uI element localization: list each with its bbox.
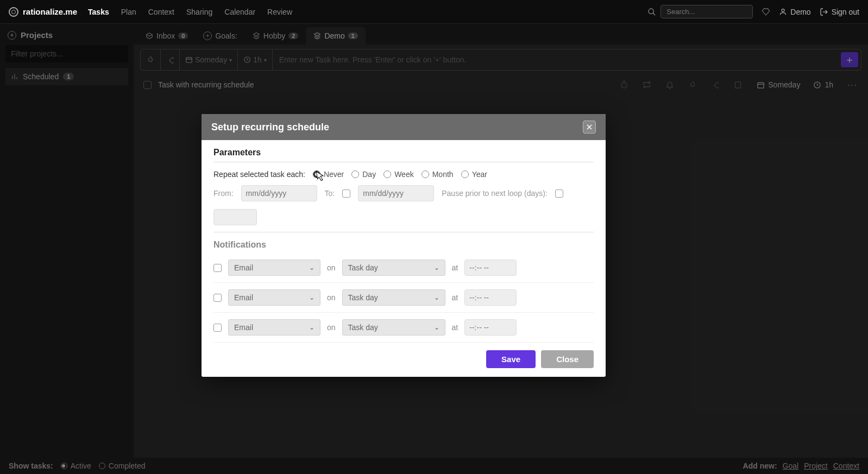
search-icon[interactable] <box>647 8 656 16</box>
modal-footer: Save Close <box>213 343 594 368</box>
select-value: Task day <box>348 293 378 302</box>
to-label: To: <box>325 189 335 198</box>
chevron-down-icon: ⌄ <box>434 264 439 271</box>
pause-checkbox[interactable] <box>555 189 563 198</box>
notif-time-input[interactable] <box>464 260 517 276</box>
close-button[interactable]: Close <box>541 350 594 368</box>
topnav: Tasks Plan Context Sharing Calendar Revi… <box>88 8 292 16</box>
save-button[interactable]: Save <box>486 350 536 368</box>
nav-calendar[interactable]: Calendar <box>224 8 255 16</box>
repeat-option-label: Month <box>432 170 454 179</box>
pause-label: Pause prior to next loop (days): <box>442 189 548 198</box>
on-label: on <box>327 323 336 332</box>
chevron-down-icon: ⌄ <box>309 264 315 271</box>
at-label: at <box>452 293 458 302</box>
signout-label: Sign out <box>832 8 859 16</box>
on-label: on <box>327 293 336 302</box>
topbar-right: Demo Sign out <box>647 5 859 18</box>
notif-time-input[interactable] <box>464 289 517 306</box>
signout-icon <box>820 8 828 16</box>
divider <box>213 162 594 162</box>
recurring-schedule-modal: Setup recurring schedule Parameters Repe… <box>202 114 606 377</box>
to-checkbox[interactable] <box>342 189 350 198</box>
svg-point-0 <box>649 9 653 14</box>
divider <box>213 232 594 232</box>
parameters-title: Parameters <box>213 148 594 157</box>
logo-icon <box>9 7 18 17</box>
nav-plan[interactable]: Plan <box>121 8 136 16</box>
repeat-week[interactable]: Week <box>383 170 414 179</box>
repeat-label: Repeat selected task each: <box>213 170 305 179</box>
radio-icon <box>351 170 359 178</box>
notif-day-select[interactable]: Task day⌄ <box>342 319 445 336</box>
repeat-option-label: Week <box>394 170 414 179</box>
logo[interactable]: rationalize.me <box>9 7 77 17</box>
notification-row-3: Email⌄ on Task day⌄ at <box>213 313 594 343</box>
search-wrap <box>647 5 753 18</box>
notifications-title: Notifications <box>213 240 594 250</box>
chevron-down-icon: ⌄ <box>309 324 315 331</box>
repeat-option-label: Year <box>472 170 487 179</box>
select-value: Task day <box>348 263 378 272</box>
from-label: From: <box>213 189 234 198</box>
repeat-month[interactable]: Month <box>422 170 454 179</box>
close-icon <box>586 123 593 131</box>
notif-method-select[interactable]: Email⌄ <box>228 260 320 276</box>
search-input[interactable] <box>661 5 753 18</box>
radio-icon <box>422 170 429 178</box>
modal-title: Setup recurring schedule <box>211 122 329 133</box>
nav-sharing[interactable]: Sharing <box>186 8 212 16</box>
date-range-row: From: To: Pause prior to next loop (days… <box>213 185 594 225</box>
gem-icon[interactable] <box>762 8 770 16</box>
notif-checkbox[interactable] <box>213 264 222 272</box>
repeat-option-label: Day <box>362 170 376 179</box>
notif-method-select[interactable]: Email⌄ <box>228 319 320 336</box>
notif-method-select[interactable]: Email⌄ <box>228 289 320 306</box>
notif-day-select[interactable]: Task day⌄ <box>342 260 445 276</box>
notification-row-1: Email⌄ on Task day⌄ at <box>213 253 594 283</box>
from-date-input[interactable] <box>241 185 317 201</box>
topbar: rationalize.me Tasks Plan Context Sharin… <box>0 0 868 24</box>
svg-point-2 <box>782 9 784 12</box>
nav-tasks[interactable]: Tasks <box>88 8 109 16</box>
select-value: Task day <box>348 323 378 332</box>
on-label: on <box>327 263 336 272</box>
user-icon <box>779 8 787 16</box>
chevron-down-icon: ⌄ <box>434 324 439 331</box>
user-menu[interactable]: Demo <box>779 8 810 16</box>
modal-body: Parameters Repeat selected task each: Ne… <box>202 140 606 377</box>
signout-button[interactable]: Sign out <box>820 8 859 16</box>
at-label: at <box>452 263 458 272</box>
select-value: Email <box>234 263 253 272</box>
user-name: Demo <box>790 8 810 16</box>
notif-checkbox[interactable] <box>213 294 222 302</box>
pause-days-input[interactable] <box>213 209 257 225</box>
at-label: at <box>452 323 458 332</box>
repeat-option-label: Never <box>324 170 344 179</box>
notif-time-input[interactable] <box>464 319 517 336</box>
notif-checkbox[interactable] <box>213 324 222 332</box>
modal-header: Setup recurring schedule <box>202 114 606 140</box>
repeat-day[interactable]: Day <box>351 170 376 179</box>
notification-row-2: Email⌄ on Task day⌄ at <box>213 283 594 313</box>
repeat-never[interactable]: Never <box>313 170 344 179</box>
nav-context[interactable]: Context <box>148 8 174 16</box>
radio-icon <box>313 170 320 178</box>
select-value: Email <box>234 293 253 302</box>
to-date-input[interactable] <box>358 185 434 201</box>
notif-day-select[interactable]: Task day⌄ <box>342 289 445 306</box>
chevron-down-icon: ⌄ <box>309 294 315 301</box>
repeat-year[interactable]: Year <box>461 170 487 179</box>
nav-review[interactable]: Review <box>267 8 292 16</box>
select-value: Email <box>234 323 253 332</box>
repeat-row: Repeat selected task each: Never Day Wee… <box>213 170 594 179</box>
chevron-down-icon: ⌄ <box>434 294 439 301</box>
brand-name: rationalize.me <box>23 7 77 16</box>
svg-line-1 <box>653 13 655 15</box>
radio-icon <box>383 170 391 178</box>
radio-icon <box>461 170 469 178</box>
modal-close-button[interactable] <box>583 121 596 134</box>
